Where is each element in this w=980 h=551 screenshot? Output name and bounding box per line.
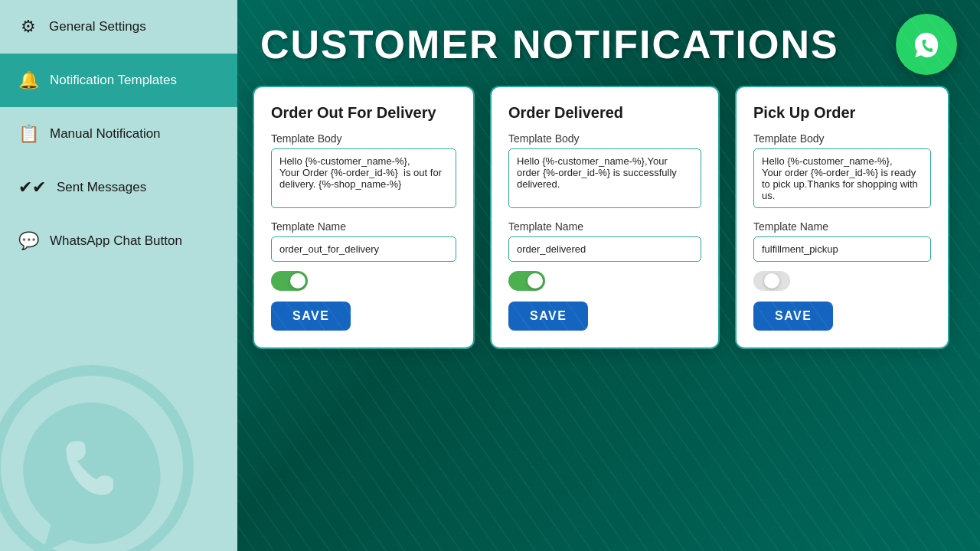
save-button-3[interactable]: SAVE <box>753 302 833 331</box>
cards-area: Order Out For Delivery Template Body Hel… <box>237 86 980 364</box>
gear-icon: ⚙ <box>18 17 38 37</box>
sidebar-item-whatsapp-chat-button[interactable]: 💬 WhatsApp Chat Button <box>0 214 237 268</box>
toggle-knob-3 <box>764 273 779 289</box>
sidebar-item-notification-templates[interactable]: 🔔 Notification Templates <box>0 54 237 107</box>
toggle-wrap-2 <box>508 271 701 291</box>
card-title: Order Out For Delivery <box>271 104 456 122</box>
card-title-3: Pick Up Order <box>753 104 931 122</box>
body-label-1: Template Body <box>271 132 456 145</box>
name-label-1: Template Name <box>271 220 456 233</box>
toggle-knob-1 <box>290 273 305 289</box>
name-label-3: Template Name <box>753 220 931 233</box>
clipboard-icon: 📋 <box>18 124 39 144</box>
chat-icon: 💬 <box>18 231 39 251</box>
sidebar: ⚙ General Settings 🔔 Notification Templa… <box>0 0 237 551</box>
toggle-wrap-3 <box>753 271 931 291</box>
template-name-input-1[interactable] <box>271 236 456 262</box>
name-label-2: Template Name <box>508 220 701 233</box>
sidebar-item-label: General Settings <box>49 19 146 34</box>
template-name-input-3[interactable] <box>753 236 931 262</box>
toggle-3[interactable] <box>753 271 790 291</box>
sidebar-item-general-settings[interactable]: ⚙ General Settings <box>0 0 237 54</box>
card-title-2: Order Delivered <box>508 104 701 122</box>
main-content: CUSTOMER NOTIFICATIONS Order Out For Del… <box>237 0 980 551</box>
card-order-out-for-delivery: Order Out For Delivery Template Body Hel… <box>253 86 475 349</box>
sidebar-item-manual-notification[interactable]: 📋 Manual Notification <box>0 107 237 161</box>
template-body-input-3[interactable]: Hello {%-customer_name-%}, Your order {%… <box>753 148 931 208</box>
sidebar-item-label: Sent Messages <box>57 180 146 195</box>
bell-icon: 🔔 <box>18 70 39 90</box>
save-button-2[interactable]: SAVE <box>508 302 588 331</box>
sidebar-item-sent-messages[interactable]: ✔✔ Sent Messages <box>0 161 237 214</box>
toggle-1[interactable] <box>271 271 308 291</box>
svg-point-0 <box>0 370 188 551</box>
body-label-2: Template Body <box>508 132 701 145</box>
whatsapp-logo <box>896 14 957 75</box>
sidebar-item-label: Notification Templates <box>50 73 177 88</box>
toggle-knob-2 <box>528 273 543 289</box>
template-name-input-2[interactable] <box>508 236 701 262</box>
toggle-2[interactable] <box>508 271 545 291</box>
double-check-icon: ✔✔ <box>18 178 46 197</box>
save-button-1[interactable]: SAVE <box>271 302 351 331</box>
page-title: CUSTOMER NOTIFICATIONS <box>260 21 839 67</box>
header: CUSTOMER NOTIFICATIONS <box>237 0 980 86</box>
toggle-wrap-1 <box>271 271 456 291</box>
body-label-3: Template Body <box>753 132 931 145</box>
watermark-icon <box>0 360 199 551</box>
template-body-input-1[interactable]: Hello {%-customer_name-%}, Your Order {%… <box>271 148 456 208</box>
card-pick-up-order: Pick Up Order Template Body Hello {%-cus… <box>735 86 949 349</box>
template-body-input-2[interactable]: Hello {%-customer_name-%},Your order {%-… <box>508 148 701 208</box>
sidebar-item-label: Manual Notification <box>50 126 161 142</box>
card-order-delivered: Order Delivered Template Body Hello {%-c… <box>490 86 720 349</box>
sidebar-item-label: WhatsApp Chat Button <box>50 233 182 249</box>
